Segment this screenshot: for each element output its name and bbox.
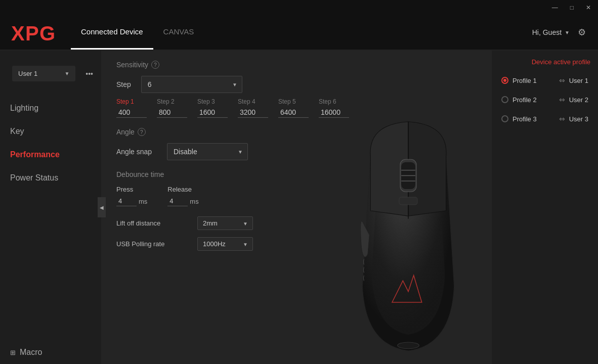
press-input-row: ms bbox=[116, 196, 147, 206]
sidebar-item-performance[interactable]: Performance bbox=[0, 143, 101, 166]
step-1-name: Step 1 bbox=[116, 98, 147, 105]
lift-off-row: Lift off distance 1mm 2mm 3mm bbox=[116, 216, 477, 230]
sensitivity-help-icon[interactable]: ? bbox=[151, 61, 159, 69]
tab-connected-device[interactable]: Connected Device bbox=[71, 15, 153, 50]
header-right: Hi, Guest ▼ ⚙ bbox=[532, 25, 588, 40]
profile-2-user: User 2 bbox=[569, 96, 588, 104]
sidebar-item-key[interactable]: Key bbox=[0, 120, 101, 143]
sidebar-nav: Lighting Key Performance Power Status bbox=[0, 92, 101, 195]
step-select[interactable]: 6 1 2 3 4 5 bbox=[141, 76, 242, 93]
performance-content: Sensitivity ? Step 6 1 2 3 4 5 bbox=[101, 51, 492, 364]
link-icon-1: ⇔ bbox=[559, 76, 565, 84]
macro-item[interactable]: ⊞ Macro bbox=[0, 341, 101, 364]
sensitivity-label: Sensitivity ? bbox=[116, 61, 477, 69]
step-item-5: Step 5 bbox=[278, 98, 309, 118]
step-4-name: Step 4 bbox=[238, 98, 268, 105]
step-3-name: Step 3 bbox=[197, 98, 228, 105]
step-label: Step bbox=[116, 80, 131, 88]
lift-off-select-wrapper: 1mm 2mm 3mm bbox=[197, 216, 253, 230]
link-icon-3: ⇔ bbox=[559, 115, 565, 123]
step-6-input[interactable] bbox=[319, 107, 349, 118]
profile-row-1[interactable]: Profile 1 ⇔ User 1 bbox=[499, 73, 590, 87]
step-item-1: Step 1 bbox=[116, 98, 147, 118]
angle-snap-select-wrapper: Disable Enable bbox=[167, 143, 248, 160]
usb-polling-select[interactable]: 125Hz 250Hz 500Hz 1000Hz bbox=[197, 237, 253, 251]
press-input[interactable] bbox=[116, 196, 137, 206]
step-4-input[interactable] bbox=[238, 107, 268, 118]
settings-button[interactable]: ⚙ bbox=[576, 25, 588, 40]
step-2-name: Step 2 bbox=[157, 98, 187, 105]
debounce-row: Press ms Release ms bbox=[116, 186, 477, 206]
profile-1-radio[interactable] bbox=[501, 77, 508, 84]
profile-selector[interactable]: User 1 ▼ bbox=[12, 66, 75, 81]
tab-canvas[interactable]: CANVAS bbox=[153, 15, 204, 50]
profile-3-radio[interactable] bbox=[501, 115, 508, 122]
steps-grid: Step 1 Step 2 Step 3 Step 4 bbox=[116, 98, 477, 118]
angle-row: Angle snap Disable Enable bbox=[116, 143, 477, 160]
usb-polling-select-wrapper: 125Hz 250Hz 500Hz 1000Hz bbox=[197, 237, 253, 251]
profile-1-user: User 1 bbox=[569, 77, 588, 84]
step-3-input[interactable] bbox=[197, 107, 228, 118]
step-2-input[interactable] bbox=[157, 107, 187, 118]
profile-3-user: User 3 bbox=[569, 115, 588, 123]
nav-tabs: Connected Device CANVAS bbox=[71, 15, 532, 50]
release-input-row: ms bbox=[167, 196, 198, 206]
header: X P G Connected Device CANVAS Hi, Guest … bbox=[0, 15, 598, 51]
main-layout: User 1 ▼ ••• Lighting Key Performance Po… bbox=[0, 51, 598, 364]
release-input[interactable] bbox=[167, 196, 188, 206]
chevron-down-icon: ▼ bbox=[565, 30, 570, 35]
step-item-3: Step 3 bbox=[197, 98, 228, 118]
title-bar: — □ ✕ bbox=[0, 0, 598, 15]
angle-help-icon[interactable]: ? bbox=[138, 128, 146, 136]
minimize-button[interactable]: — bbox=[549, 4, 561, 12]
step-1-input[interactable] bbox=[116, 107, 147, 118]
angle-snap-select[interactable]: Disable Enable bbox=[167, 143, 248, 160]
release-unit: ms bbox=[190, 198, 198, 205]
step-row: Step 6 1 2 3 4 5 bbox=[116, 76, 477, 93]
macro-icon: ⊞ bbox=[10, 349, 16, 356]
profile-row-3[interactable]: Profile 3 ⇔ User 3 bbox=[499, 112, 590, 126]
step-item-6: Step 6 bbox=[319, 98, 349, 118]
svg-text:X: X bbox=[11, 22, 25, 44]
profile-more-button[interactable]: ••• bbox=[83, 70, 95, 78]
sidebar-collapse-button[interactable]: ◀ bbox=[98, 197, 106, 217]
close-button[interactable]: ✕ bbox=[583, 4, 594, 12]
profile-row-2[interactable]: Profile 2 ⇔ User 2 bbox=[499, 93, 590, 107]
sensitivity-section: Sensitivity ? Step 6 1 2 3 4 5 bbox=[116, 61, 477, 118]
step-item-2: Step 2 bbox=[157, 98, 187, 118]
sidebar-item-power-status[interactable]: Power Status bbox=[0, 166, 101, 190]
chevron-down-icon: ▼ bbox=[64, 71, 69, 76]
right-panel: Device active profile Profile 1 ⇔ User 1… bbox=[492, 51, 598, 364]
debounce-section: Debounce time Press ms Release ms bbox=[116, 170, 477, 206]
macro-label: Macro bbox=[20, 348, 42, 357]
xpg-logo: X P G bbox=[10, 21, 56, 44]
device-active-label: Device active profile bbox=[499, 58, 590, 66]
user-menu[interactable]: Hi, Guest ▼ bbox=[532, 28, 570, 36]
usb-polling-label: USB Polling rate bbox=[116, 240, 187, 248]
maximize-button[interactable]: □ bbox=[567, 4, 577, 12]
press-label: Press bbox=[116, 186, 147, 193]
press-unit: ms bbox=[139, 198, 147, 205]
angle-label: Angle ? bbox=[116, 128, 477, 136]
usb-polling-row: USB Polling rate 125Hz 250Hz 500Hz 1000H… bbox=[116, 237, 477, 251]
step-item-4: Step 4 bbox=[238, 98, 268, 118]
step-5-name: Step 5 bbox=[278, 98, 309, 105]
profile-3-name: Profile 3 bbox=[512, 115, 555, 123]
profile-1-name: Profile 1 bbox=[512, 77, 555, 84]
angle-snap-label: Angle snap bbox=[116, 148, 157, 156]
lift-off-label: Lift off distance bbox=[116, 219, 187, 227]
svg-text:P: P bbox=[25, 22, 39, 44]
step-6-name: Step 6 bbox=[319, 98, 349, 105]
link-icon-2: ⇔ bbox=[559, 96, 565, 104]
sidebar-item-lighting[interactable]: Lighting bbox=[0, 97, 101, 120]
step-5-input[interactable] bbox=[278, 107, 309, 118]
profile-selector-text: User 1 bbox=[18, 70, 61, 77]
lift-off-select[interactable]: 1mm 2mm 3mm bbox=[197, 216, 253, 230]
svg-text:G: G bbox=[39, 22, 55, 44]
profile-2-radio[interactable] bbox=[501, 96, 508, 103]
greeting-text: Hi, Guest bbox=[532, 28, 562, 36]
profile-list: Profile 1 ⇔ User 1 Profile 2 ⇔ User 2 Pr… bbox=[499, 73, 590, 126]
debounce-release: Release ms bbox=[167, 186, 198, 206]
debounce-press: Press ms bbox=[116, 186, 147, 206]
step-select-wrapper: 6 1 2 3 4 5 bbox=[141, 76, 242, 93]
